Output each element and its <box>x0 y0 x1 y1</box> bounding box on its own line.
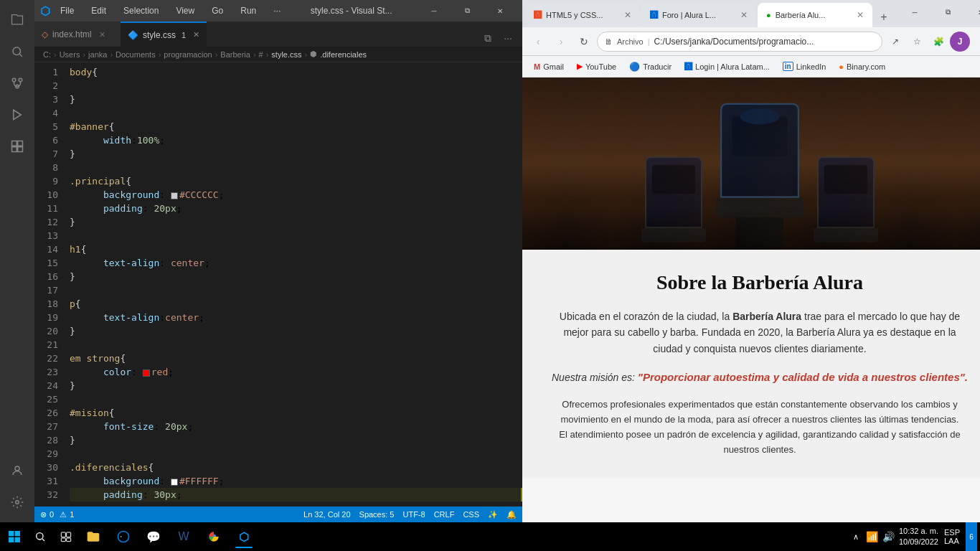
browser-minimize[interactable]: ─ <box>898 1 931 23</box>
svg-point-2 <box>12 78 16 82</box>
vscode-taskbar[interactable]: ⬡ <box>230 524 258 550</box>
youtube-icon: ▶ <box>577 62 583 71</box>
tab-style-css[interactable]: 🔷 style.css 1 ✕ <box>121 22 207 47</box>
profile-button[interactable]: J <box>950 32 970 52</box>
more-actions-button[interactable]: ··· <box>499 29 517 47</box>
bookmark-linkedin[interactable]: in LinkedIn <box>777 58 831 75</box>
language-indicator[interactable]: ESPLAA <box>943 527 961 547</box>
mission-text: Nuestra misión es: "Proporcionar autoest… <box>551 371 969 383</box>
menu-edit[interactable]: Edit <box>87 4 110 17</box>
reload-button[interactable]: ↻ <box>574 32 594 52</box>
tab-index-html[interactable]: ◇ index.html ✕ <box>34 22 121 47</box>
browser-chrome: ─ ⧉ ✕ 🅰 HTML5 y CSS... ✕ 🅰 Foro <box>522 0 980 77</box>
task-view-button[interactable] <box>55 525 77 548</box>
binary-icon: ● <box>839 62 844 71</box>
menu-run[interactable]: Run <box>236 4 260 17</box>
vscode-titlebar: ⬡ File Edit Selection View Go Run ··· st… <box>34 0 522 22</box>
notification-center[interactable]: 6 <box>966 522 977 551</box>
svg-point-3 <box>19 78 22 82</box>
extensions-button[interactable]: 🧩 <box>928 32 948 52</box>
encoding-indicator[interactable]: UTF-8 <box>402 510 425 519</box>
browser-close[interactable]: ✕ <box>964 1 980 23</box>
menu-more[interactable]: ··· <box>269 4 285 17</box>
about-section: Sobre la Barbería Alura Ubicada en el co… <box>522 250 980 479</box>
search-button[interactable] <box>27 525 53 548</box>
browser-tab-html5[interactable]: 🅰 HTML5 y CSS... ✕ <box>525 3 640 27</box>
new-tab-button[interactable]: + <box>874 7 894 27</box>
svg-line-13 <box>42 539 44 541</box>
split-editor-button[interactable]: ⧉ <box>479 29 496 47</box>
clock[interactable]: 10:32 a. m. 10/09/2022 <box>899 526 938 548</box>
tray-expand[interactable]: ∧ <box>850 531 862 543</box>
error-count[interactable]: ⊗ 0 ⚠ 1 <box>40 510 74 519</box>
activity-account[interactable] <box>3 456 32 485</box>
nav-actions: ↗ ☆ 🧩 J ⋮ <box>885 32 980 52</box>
bookmark-star[interactable]: ☆ <box>907 32 927 52</box>
minimize-button[interactable]: ─ <box>418 0 451 22</box>
menu-go[interactable]: Go <box>207 4 227 17</box>
svg-point-10 <box>15 466 19 471</box>
browser-tab-barberia[interactable]: ● Barbería Alu... ✕ <box>758 3 872 27</box>
forward-button[interactable]: › <box>551 32 571 52</box>
spaces-indicator[interactable]: Spaces: 5 <box>359 510 395 519</box>
protocol-label: Archivo <box>617 37 644 46</box>
address-bar[interactable]: 🗎 Archivo | C:/Users/janka/Documents/pro… <box>597 32 882 52</box>
bookmarks-more[interactable]: » <box>976 58 980 75</box>
browser-tab-foro[interactable]: 🅰 Foro | Alura L... ✕ <box>641 3 756 27</box>
activity-explorer[interactable] <box>3 6 32 34</box>
cursor-position[interactable]: Ln 32, Col 20 <box>303 510 350 519</box>
teams-taskbar[interactable]: 💬 <box>139 524 168 550</box>
mission-quote: "Proporcionar autoestima y calidad de vi… <box>638 371 968 383</box>
activity-extensions[interactable] <box>3 132 32 161</box>
start-button[interactable] <box>3 525 26 548</box>
linkedin-icon: in <box>783 62 793 71</box>
browser-restore[interactable]: ⧉ <box>931 1 964 23</box>
menu-view[interactable]: View <box>171 4 199 17</box>
bookmark-alura[interactable]: 🅰 Login | Alura Latam... <box>679 58 776 75</box>
activity-settings[interactable] <box>3 488 32 517</box>
tab-close[interactable]: ✕ <box>624 10 631 20</box>
tab-close-css-icon[interactable]: ✕ <box>193 30 199 39</box>
prettier-icon[interactable]: ✨ <box>488 510 498 519</box>
close-button[interactable]: ✕ <box>484 0 517 22</box>
tab-num: 1 <box>182 31 186 39</box>
tab-favicon: 🅰 <box>650 11 658 19</box>
menu-file[interactable]: File <box>56 4 78 17</box>
vscode-logo: ⬡ <box>40 4 50 18</box>
tab-close[interactable]: ✕ <box>857 10 864 20</box>
browser-menu-button[interactable]: ⋮ <box>971 32 980 52</box>
restore-button[interactable]: ⧉ <box>451 0 484 22</box>
back-button[interactable]: ‹ <box>528 32 548 52</box>
language-indicator[interactable]: CSS <box>463 510 479 519</box>
file-explorer-taskbar[interactable] <box>79 524 108 550</box>
chrome-taskbar[interactable] <box>199 524 228 550</box>
taskbar: 💬 W ⬡ ∧ 📶 🔊 10:32 a. m. 10/09/2022 ESPLA… <box>0 522 980 551</box>
bookmark-label: Binary.com <box>847 62 885 71</box>
share-button[interactable]: ↗ <box>885 32 905 52</box>
eol-indicator[interactable]: CRLF <box>434 510 455 519</box>
code-editor[interactable]: 1234567891011121314151617181920212223242… <box>34 62 522 507</box>
activity-debug[interactable] <box>3 100 32 129</box>
editor-tab-bar: ◇ index.html ✕ 🔷 style.css 1 ✕ ⧉ ··· <box>34 22 522 47</box>
tab-close[interactable]: ✕ <box>740 10 748 20</box>
code-content[interactable]: body{ } #banner{ width:100%;} .principal… <box>67 62 522 507</box>
word-taskbar[interactable]: W <box>169 524 198 550</box>
tab-close-icon[interactable]: ✕ <box>99 30 105 39</box>
activity-search[interactable] <box>3 37 32 66</box>
bookmark-traducir[interactable]: 🔵 Traducir <box>623 58 677 75</box>
notification-bell[interactable]: 🔔 <box>507 510 517 519</box>
edge-taskbar[interactable] <box>109 524 138 550</box>
bookmark-youtube[interactable]: ▶ YouTube <box>571 58 622 75</box>
tab-label: index.html <box>52 29 92 39</box>
network-icon[interactable]: 📶 <box>866 531 878 542</box>
page-content[interactable]: Sobre la Barbería Alura Ubicada en el co… <box>522 77 980 522</box>
bookmark-gmail[interactable]: M Gmail <box>528 58 570 75</box>
tab-icon: ◇ <box>42 29 48 39</box>
bookmark-binary[interactable]: ● Binary.com <box>833 58 891 75</box>
window-controls: ─ ⧉ ✕ <box>418 0 517 22</box>
menu-selection[interactable]: Selection <box>119 4 163 17</box>
svg-rect-7 <box>18 141 23 146</box>
volume-icon[interactable]: 🔊 <box>882 531 895 542</box>
svg-rect-15 <box>67 532 71 537</box>
activity-source-control[interactable] <box>3 69 32 98</box>
